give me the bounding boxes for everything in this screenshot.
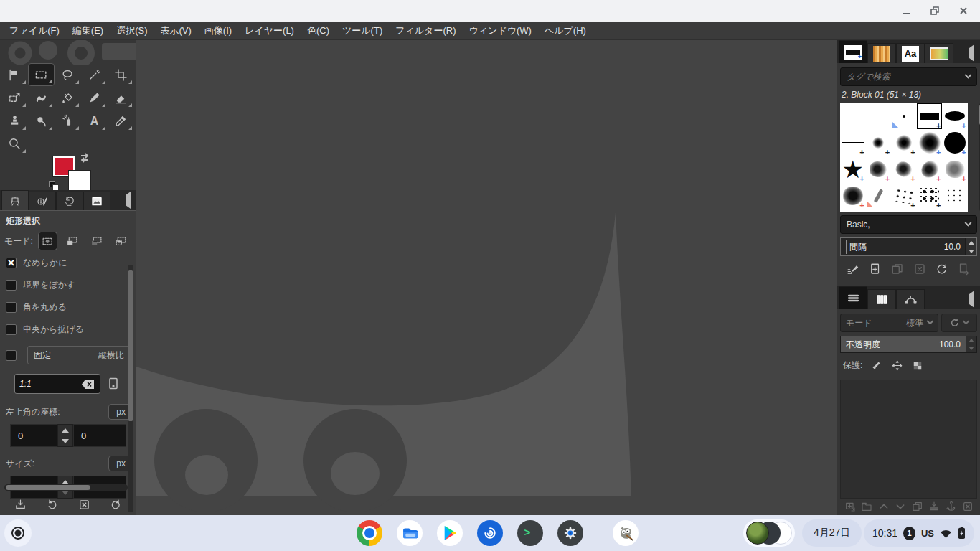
duplicate-brush-button[interactable]	[890, 261, 905, 277]
tool-rect-select[interactable]	[28, 63, 55, 86]
opacity-spinners[interactable]	[966, 336, 976, 352]
brush-cell[interactable]: +	[942, 103, 968, 129]
menu-t[interactable]: ツール(T)	[336, 22, 389, 40]
brush-cell[interactable]	[866, 182, 892, 209]
brush-dock-menu-button[interactable]	[969, 48, 974, 58]
tool-text[interactable]: A	[81, 109, 108, 132]
position-x-field[interactable]: 0	[10, 424, 57, 447]
select-mode-subtract[interactable]	[87, 232, 106, 250]
select-mode-replace[interactable]	[38, 232, 57, 250]
menu-l[interactable]: レイヤー(L)	[238, 22, 301, 40]
edit-brush-button[interactable]	[845, 261, 861, 277]
brush-cell[interactable]: +	[840, 129, 866, 156]
shelf-app-chrome[interactable]	[357, 520, 382, 546]
tab-patterns[interactable]	[867, 43, 896, 63]
menu-f[interactable]: ファイル(F)	[3, 22, 66, 40]
brush-cell[interactable]	[942, 182, 968, 209]
tool-free-select[interactable]	[55, 63, 81, 86]
restore-options-button[interactable]	[44, 497, 60, 512]
brush-cell[interactable]: +	[942, 156, 968, 182]
tool-crop[interactable]	[108, 63, 134, 86]
lower-layer-button[interactable]	[893, 499, 908, 514]
brush-cell[interactable]: +	[840, 182, 866, 209]
open-brush-as-image-button[interactable]	[956, 261, 972, 277]
brush-cell[interactable]	[866, 103, 892, 129]
tool-options-vscrollbar[interactable]	[128, 265, 133, 512]
date-pill[interactable]: 4月27日	[802, 519, 862, 547]
shelf-app-terminal[interactable]: >_	[517, 520, 543, 546]
brush-spacing-slider[interactable]: 間隔 10.0	[840, 237, 977, 256]
spacing-slider-handle[interactable]	[846, 240, 847, 254]
new-brush-button[interactable]	[867, 261, 883, 277]
tool-zoom[interactable]	[1, 132, 28, 155]
fixed-checkbox[interactable]	[6, 350, 17, 361]
brush-cell[interactable]: +	[866, 129, 892, 156]
menu-i[interactable]: 画像(I)	[198, 22, 238, 40]
tool-paintbrush[interactable]	[81, 86, 108, 109]
layer-mode-dropdown[interactable]: モード 標準	[840, 314, 938, 332]
tab-channels[interactable]	[867, 289, 896, 309]
tab-paths[interactable]	[896, 289, 925, 309]
brush-cell[interactable]: +	[917, 156, 943, 182]
brush-cell[interactable]: +	[891, 182, 917, 209]
canvas-area[interactable]	[136, 40, 837, 515]
fixed-dropdown[interactable]: 固定 縦横比	[27, 346, 131, 364]
minimize-button[interactable]	[897, 3, 915, 19]
save-options-button[interactable]	[13, 497, 28, 512]
delete-options-button[interactable]	[77, 497, 92, 512]
holding-space-tote[interactable]	[743, 519, 795, 547]
brush-cell[interactable]: +	[891, 156, 917, 182]
dock-tab-images[interactable]	[83, 192, 110, 210]
tool-transform[interactable]	[1, 86, 28, 109]
lock-position-button[interactable]	[890, 359, 904, 372]
tab-gradients[interactable]	[925, 43, 953, 63]
tab-fonts[interactable]: Aa	[896, 43, 925, 63]
layer-opacity-slider[interactable]: 不透明度 100.0	[840, 336, 977, 353]
menu-c[interactable]: 色(C)	[301, 22, 336, 40]
select-mode-intersect[interactable]	[111, 232, 131, 250]
brush-cell[interactable]: +	[891, 129, 917, 156]
new-layer-group-button[interactable]	[859, 499, 874, 514]
brush-cell[interactable]	[891, 103, 917, 129]
menu-s[interactable]: 選択(S)	[110, 22, 154, 40]
lock-alpha-button[interactable]	[911, 359, 924, 372]
tab-layers[interactable]	[839, 286, 867, 309]
duplicate-layer-button[interactable]	[910, 499, 925, 514]
dock-menu-button[interactable]	[126, 195, 131, 205]
merge-down-button[interactable]	[927, 499, 941, 514]
tool-alignment[interactable]	[1, 63, 28, 86]
brush-cell[interactable]: ★+	[840, 156, 866, 182]
brush-cell[interactable]	[866, 209, 892, 212]
brush-cell[interactable]	[942, 209, 968, 212]
delete-brush-button[interactable]	[912, 261, 928, 277]
dock-tab-undo-history[interactable]	[56, 192, 83, 210]
portrait-landscape-toggle[interactable]	[106, 376, 121, 392]
default-colors-icon[interactable]	[49, 181, 59, 191]
status-tray[interactable]: 10:31 1 US	[864, 519, 974, 547]
lock-paint-button[interactable]	[870, 359, 883, 372]
brush-cell[interactable]	[840, 209, 866, 212]
position-spinners[interactable]	[57, 424, 73, 447]
menu-r[interactable]: フィルター(R)	[389, 22, 462, 40]
checkbox-1[interactable]	[6, 280, 17, 291]
raise-layer-button[interactable]	[877, 499, 891, 514]
tool-clone[interactable]	[1, 109, 28, 132]
menu-e[interactable]: 編集(E)	[66, 22, 110, 40]
brush-cell-selected[interactable]: +	[917, 103, 943, 129]
layer-mode-switch-button[interactable]	[941, 314, 977, 332]
refresh-brushes-button[interactable]	[934, 261, 950, 277]
reset-options-button[interactable]	[108, 497, 123, 512]
spacing-spinners[interactable]	[965, 238, 976, 255]
shelf-app-explore[interactable]	[477, 520, 503, 546]
brush-cell[interactable]	[840, 103, 866, 129]
checkbox-0[interactable]	[6, 258, 17, 268]
tag-search-box[interactable]: タグで検索	[840, 67, 977, 86]
menu-v[interactable]: 表示(V)	[154, 22, 198, 40]
layers-dock-menu-button[interactable]	[969, 294, 974, 304]
shelf-app-settings[interactable]	[557, 520, 583, 546]
shelf-app-play-store[interactable]	[437, 520, 463, 546]
shelf-app-gimp[interactable]	[613, 520, 639, 546]
brush-cell[interactable]: +	[917, 129, 943, 156]
tool-eraser[interactable]	[108, 86, 134, 109]
new-layer-button[interactable]	[843, 499, 857, 514]
